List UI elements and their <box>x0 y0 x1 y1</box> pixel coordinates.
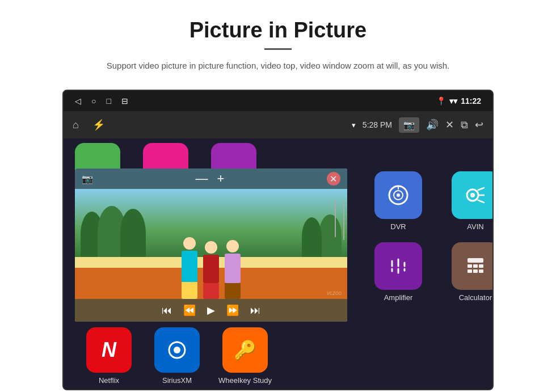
top-partial-apps <box>64 138 492 171</box>
wifi-status-icon: ▾ <box>352 121 356 129</box>
siriusxm-app[interactable]: SiriusXM <box>143 327 211 385</box>
page-header: Picture in Picture Support video picture… <box>0 0 556 84</box>
app-bar-left: ⌂ ⚡ <box>73 119 105 131</box>
pip-video[interactable]: 📷 — + ✕ <box>75 168 347 322</box>
svg-rect-15 <box>467 258 483 263</box>
title-divider <box>264 48 292 50</box>
back-nav-icon[interactable]: ◁ <box>75 96 81 106</box>
status-time: 11:22 <box>461 96 481 106</box>
dvr-icon <box>387 184 410 206</box>
app-bar: ⌂ ⚡ ▾ 5:28 PM 📷 🔊 ✕ ⧉ ↩ <box>64 111 492 138</box>
wheelkey-icon-box: 🔑 <box>222 327 268 373</box>
calculator-label: Calculator <box>459 293 492 302</box>
main-content: 📷 — + ✕ <box>64 138 492 389</box>
pip-footer: ⏮ ⏪ ▶ ⏩ ⏭ <box>75 299 347 322</box>
resize-icon[interactable]: ⧉ <box>461 119 468 131</box>
pip-prev-btn[interactable]: ⏪ <box>183 304 196 317</box>
close-pip-icon[interactable]: ✕ <box>445 119 454 131</box>
page-title: Picture in Picture <box>23 18 533 43</box>
app-bar-time: 5:28 PM <box>363 120 392 129</box>
usb-icon: ⚡ <box>92 119 105 131</box>
amplifier-icon-box <box>374 242 422 290</box>
pip-grow-btn[interactable]: + <box>217 171 225 186</box>
home-nav-icon[interactable]: ○ <box>91 96 96 106</box>
volume-icon[interactable]: 🔊 <box>426 119 439 131</box>
dvr-label: DVR <box>390 222 406 231</box>
svg-point-23 <box>174 347 180 353</box>
netflix-icon-box: N <box>86 327 132 373</box>
svg-line-8 <box>478 200 484 203</box>
signal-icon: ▾▾ <box>449 96 457 106</box>
status-bar-nav: ◁ ○ □ ⊟ <box>75 96 128 106</box>
status-bar: ◁ ○ □ ⊟ 📍 ▾▾ 11:22 <box>64 91 492 111</box>
pip-forward-btn[interactable]: ⏭ <box>250 305 260 317</box>
svg-rect-21 <box>479 269 483 273</box>
netflix-app[interactable]: N Netflix <box>75 327 143 385</box>
svg-rect-17 <box>473 264 478 268</box>
camera-button[interactable]: 📷 <box>399 117 419 133</box>
pip-next-btn[interactable]: ⏩ <box>226 304 239 317</box>
svg-point-2 <box>397 193 400 197</box>
partial-app-3 <box>211 143 256 171</box>
back-icon[interactable]: ↩ <box>475 119 483 131</box>
pip-play-btn[interactable]: ▶ <box>207 304 215 317</box>
amplifier-app[interactable]: Amplifier <box>364 242 432 302</box>
svg-point-5 <box>470 193 475 197</box>
app-bar-right: ▾ 5:28 PM 📷 🔊 ✕ ⧉ ↩ <box>352 117 483 133</box>
watermark: vczoo <box>327 290 342 296</box>
right-apps-section: DVR AVIN <box>364 171 494 302</box>
svg-rect-18 <box>479 264 483 268</box>
siriusxm-icon-box <box>154 327 200 373</box>
avin-app[interactable]: AVIN <box>441 171 494 231</box>
dvr-app[interactable]: DVR <box>364 171 432 231</box>
svg-rect-19 <box>467 269 472 273</box>
avin-label: AVIN <box>467 222 483 231</box>
calculator-app[interactable]: Calculator <box>441 242 494 302</box>
avin-icon <box>465 184 486 206</box>
dvr-icon-box <box>374 171 422 219</box>
pip-rewind-btn[interactable]: ⏮ <box>162 305 172 317</box>
amplifier-icon <box>387 255 409 277</box>
partial-app-1 <box>75 143 120 171</box>
wheelkey-label: Wheelkey Study <box>218 376 272 385</box>
recents-nav-icon[interactable]: □ <box>106 96 111 106</box>
pip-cam-icon: 📷 <box>82 174 93 184</box>
wheelkey-app[interactable]: 🔑 Wheelkey Study <box>211 327 279 385</box>
pip-shrink-btn[interactable]: — <box>196 171 208 186</box>
device-screenshot: ◁ ○ □ ⊟ 📍 ▾▾ 11:22 ⌂ ⚡ ▾ 5:28 PM 📷 🔊 ✕ ⧉… <box>62 90 494 390</box>
calculator-icon-box <box>452 242 494 290</box>
pip-header: 📷 — + ✕ <box>75 168 347 189</box>
netflix-label: Netflix <box>99 376 119 385</box>
svg-rect-20 <box>473 269 478 273</box>
siriusxm-icon <box>166 339 188 361</box>
location-icon: 📍 <box>436 96 446 106</box>
pip-close-btn[interactable]: ✕ <box>327 172 340 186</box>
partial-app-2 <box>143 143 188 171</box>
status-bar-right: 📍 ▾▾ 11:22 <box>436 96 481 106</box>
amplifier-label: Amplifier <box>384 293 413 302</box>
siriusxm-label: SiriusXM <box>162 376 192 385</box>
bottom-apps-row: N Netflix SiriusXM 🔑 Wheelkey <box>64 322 492 389</box>
svg-rect-16 <box>467 264 472 268</box>
menu-nav-icon[interactable]: ⊟ <box>121 96 128 106</box>
avin-icon-box <box>452 171 494 219</box>
calculator-icon <box>465 256 486 276</box>
home-icon[interactable]: ⌂ <box>73 119 79 131</box>
svg-line-6 <box>478 188 484 190</box>
pip-size-controls: — + <box>196 171 225 186</box>
page-subtitle: Support video picture in picture functio… <box>79 59 477 73</box>
